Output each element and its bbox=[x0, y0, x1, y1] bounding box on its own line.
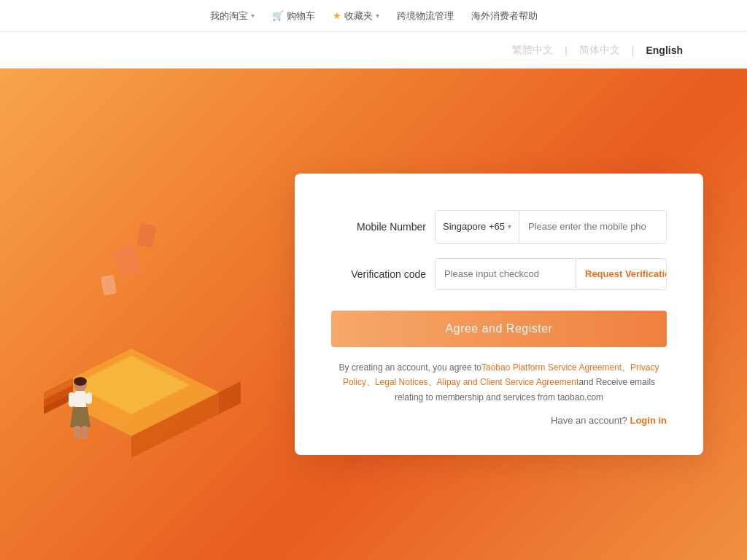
phone-input[interactable] bbox=[519, 211, 666, 243]
dropdown-arrow-icon: ▾ bbox=[508, 222, 511, 230]
cart-icon: 🛒 bbox=[272, 10, 284, 21]
request-code-button[interactable]: Request Verification Code bbox=[576, 258, 667, 290]
lang-divider: | bbox=[632, 44, 635, 56]
terms-link-1[interactable]: Taobao Platform Service Agreement bbox=[481, 362, 622, 373]
terms-link-4[interactable]: Alipay and Client Service Agreement bbox=[437, 377, 579, 387]
main-area: Mobile Number Singapore +65 ▾ Verificati… bbox=[0, 69, 747, 560]
lang-divider: | bbox=[565, 44, 568, 56]
country-code-selector[interactable]: Singapore +65 ▾ bbox=[436, 211, 519, 243]
terms-sep-1: 、 bbox=[622, 362, 630, 373]
mobile-number-row: Mobile Number Singapore +65 ▾ bbox=[331, 210, 667, 244]
verification-code-row: Verification code Request Verification C… bbox=[331, 258, 667, 290]
lang-traditional[interactable]: 繁體中文 bbox=[512, 44, 553, 57]
star-icon: ★ bbox=[333, 10, 341, 21]
svg-marker-1 bbox=[219, 370, 241, 414]
svg-rect-15 bbox=[86, 392, 92, 404]
nav-logistics[interactable]: 跨境物流管理 bbox=[397, 9, 454, 23]
lang-simplified[interactable]: 简体中文 bbox=[579, 44, 620, 57]
nav-label: 我的淘宝 bbox=[210, 9, 248, 23]
svg-rect-14 bbox=[69, 392, 74, 407]
top-navigation: 我的淘宝 ▾ 🛒 购物车 ★ 收藏夹 ▾ 跨境物流管理 海外消费者帮助 bbox=[0, 0, 747, 32]
registration-card: Mobile Number Singapore +65 ▾ Verificati… bbox=[295, 174, 703, 455]
nav-label: 购物车 bbox=[287, 9, 315, 23]
nav-help[interactable]: 海外消费者帮助 bbox=[471, 9, 538, 23]
nav-label: 收藏夹 bbox=[344, 9, 373, 23]
svg-marker-13 bbox=[70, 407, 90, 427]
verification-label: Verification code bbox=[331, 268, 426, 280]
country-code-label: Singapore +65 bbox=[443, 221, 505, 232]
terms-link-3[interactable]: Legal Notices bbox=[375, 377, 428, 387]
nav-my-taobao[interactable]: 我的淘宝 ▾ bbox=[210, 9, 255, 23]
dropdown-arrow-icon: ▾ bbox=[251, 12, 255, 20]
lang-english[interactable]: English bbox=[646, 44, 683, 56]
svg-rect-17 bbox=[82, 426, 88, 439]
svg-rect-8 bbox=[137, 223, 157, 247]
language-bar: 繁體中文 | 简体中文 | English bbox=[0, 32, 747, 69]
verification-input[interactable] bbox=[436, 258, 576, 290]
svg-point-11 bbox=[74, 377, 87, 386]
mobile-label: Mobile Number bbox=[331, 221, 426, 233]
svg-rect-16 bbox=[74, 426, 80, 439]
terms-sep-3: 、 bbox=[428, 377, 437, 387]
illustration-area bbox=[22, 188, 241, 538]
nav-label: 跨境物流管理 bbox=[397, 9, 454, 23]
nav-cart[interactable]: 🛒 购物车 bbox=[272, 9, 315, 23]
svg-rect-9 bbox=[101, 275, 117, 296]
login-link[interactable]: Login in bbox=[630, 415, 667, 426]
dropdown-arrow-icon: ▾ bbox=[376, 12, 379, 20]
terms-text: By creating an account, you agree toTaob… bbox=[331, 360, 667, 405]
svg-rect-7 bbox=[112, 244, 143, 279]
register-button[interactable]: Agree and Register bbox=[331, 311, 667, 347]
verification-input-group: Request Verification Code bbox=[435, 258, 667, 290]
login-row: Have an account? Login in bbox=[331, 415, 667, 426]
has-account-text: Have an account? bbox=[551, 415, 627, 426]
mobile-input-group: Singapore +65 ▾ bbox=[435, 210, 667, 244]
nav-label: 海外消费者帮助 bbox=[471, 9, 538, 23]
nav-favorites[interactable]: ★ 收藏夹 ▾ bbox=[333, 9, 379, 23]
terms-intro: By creating an account, you agree to bbox=[339, 362, 481, 373]
terms-sep-2: 、 bbox=[366, 377, 375, 387]
